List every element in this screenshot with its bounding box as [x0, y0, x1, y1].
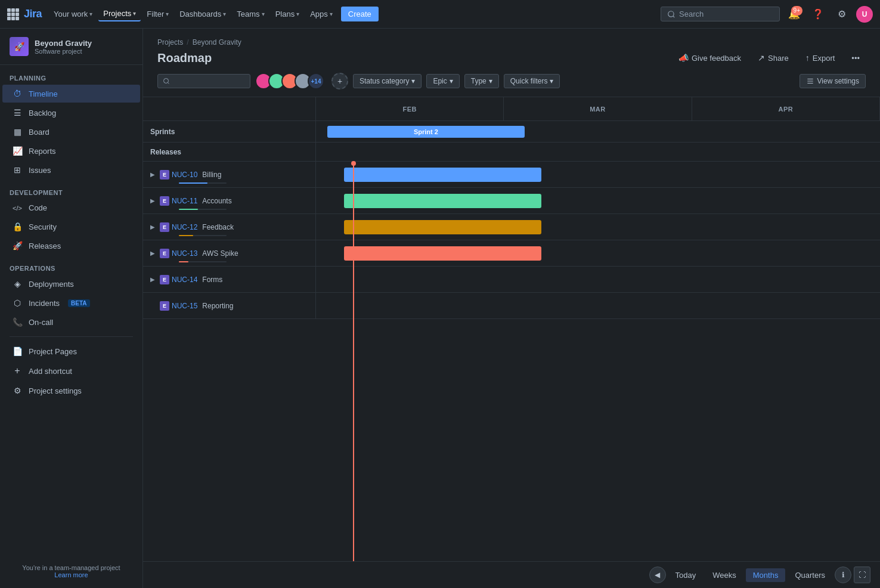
sidebar-item-project-settings[interactable]: ⚙ Project settings [2, 382, 140, 400]
fullscreen-button[interactable]: ⛶ [854, 567, 870, 583]
epic-nuc12-bar[interactable] [344, 220, 541, 234]
more-actions-button[interactable]: ••• [845, 51, 866, 66]
sidebar-item-reports-label: Reports [29, 147, 56, 156]
breadcrumb-project[interactable]: Beyond Gravity [193, 38, 241, 47]
help-button[interactable]: ❓ [808, 5, 828, 24]
breadcrumb-projects[interactable]: Projects [157, 38, 183, 47]
nav-apps[interactable]: Apps ▾ [305, 7, 337, 21]
nav-filter[interactable]: Filter ▾ [142, 7, 173, 21]
expand-icon[interactable]: ▶ [148, 275, 157, 284]
epic-nuc15-left[interactable]: ▶ E NUC-15 Reporting [143, 293, 316, 318]
svg-point-0 [668, 11, 674, 16]
quarters-button[interactable]: Quarters [788, 568, 832, 582]
sidebar-item-incidents-label: Incidents [29, 299, 60, 308]
nav-back-button[interactable]: ◀ [649, 567, 666, 583]
give-feedback-button[interactable]: 📣 Give feedback [673, 50, 747, 66]
epic-nuc15-timeline [316, 293, 880, 318]
sidebar-item-backlog[interactable]: ☰ Backlog [2, 104, 140, 122]
avatar-count[interactable]: +14 [308, 73, 324, 89]
sidebar-item-issues[interactable]: ⊞ Issues [2, 161, 140, 179]
month-mar: MAR [504, 97, 692, 120]
releases-icon: 🚀 [12, 241, 23, 250]
toolbar-search[interactable] [157, 74, 250, 88]
info-button[interactable]: ℹ [835, 567, 851, 583]
operations-section-label: OPERATIONS [0, 255, 142, 274]
table-row: ▶ E NUC-14 Forms [143, 267, 880, 293]
epic-nuc12-left[interactable]: ▶ E NUC-12 Feedback [143, 214, 316, 240]
expand-icon[interactable]: ▶ [148, 196, 157, 206]
type-filter[interactable]: Type ▾ [464, 74, 499, 88]
invite-button[interactable]: + [331, 73, 348, 89]
sidebar-item-add-shortcut[interactable]: + Add shortcut [2, 361, 140, 380]
page-actions: 📣 Give feedback ↗ Share ↑ Export ••• [673, 50, 866, 66]
toolbar-search-input[interactable] [173, 77, 245, 85]
epic-id: NUC-10 [172, 171, 197, 179]
epic-nuc10-bar[interactable] [344, 168, 541, 182]
nav-your-work[interactable]: Your work ▾ [49, 7, 97, 21]
sidebar-item-deployments-label: Deployments [29, 280, 74, 289]
page-title: Roadmap [157, 51, 212, 65]
sidebar-item-releases[interactable]: 🚀 Releases [2, 237, 140, 255]
search-box[interactable] [661, 7, 780, 21]
sidebar-project[interactable]: 🚀 Beyond Gravity Software project [0, 29, 142, 65]
sidebar-item-project-settings-label: Project settings [29, 386, 82, 395]
sprint-2-bar[interactable]: Sprint 2 [327, 126, 525, 138]
sidebar-item-board-label: Board [29, 128, 49, 137]
sprints-label: Sprints [143, 121, 316, 142]
learn-more-link[interactable]: Learn more [54, 571, 88, 578]
epic-name: Billing [202, 171, 221, 179]
development-section-label: DEVELOPMENT [0, 180, 142, 199]
weeks-button[interactable]: Weeks [705, 568, 743, 582]
jira-logo-text: Jira [24, 8, 42, 20]
quick-filters-button[interactable]: Quick filters ▾ [504, 74, 560, 88]
epic-id: NUC-12 [172, 223, 197, 231]
create-button[interactable]: Create [341, 7, 379, 21]
epic-nuc11-bar[interactable] [344, 194, 541, 208]
view-settings-button[interactable]: View settings [800, 74, 866, 88]
roadmap-container[interactable]: FEB MAR APR Sprints Sprint 2 Releases [143, 97, 880, 561]
page-header: Projects / Beyond Gravity Roadmap 📣 Give… [143, 29, 880, 73]
epic-nuc13-bar[interactable] [344, 246, 541, 261]
sidebar-item-timeline[interactable]: ⏱ Timeline [2, 85, 140, 103]
notifications-button[interactable]: 🔔 9+ [785, 5, 804, 24]
backlog-icon: ☰ [12, 108, 23, 117]
sidebar-item-board[interactable]: ▦ Board [2, 123, 140, 141]
epic-nuc11-left[interactable]: ▶ E NUC-11 Accounts [143, 188, 316, 213]
expand-icon[interactable]: ▶ [148, 222, 157, 232]
months-button[interactable]: Months [746, 568, 786, 582]
epic-nuc13-left[interactable]: ▶ E NUC-13 AWS Spike [143, 240, 316, 266]
epic-nuc14-left[interactable]: ▶ E NUC-14 Forms [143, 267, 316, 292]
export-button[interactable]: ↑ Export [800, 50, 841, 66]
settings-button[interactable]: ⚙ [832, 5, 851, 24]
share-button[interactable]: ↗ Share [752, 50, 795, 66]
expand-icon[interactable]: ▶ [148, 249, 157, 258]
user-avatar[interactable]: U [856, 6, 873, 23]
sidebar-item-deployments[interactable]: ◈ Deployments [2, 275, 140, 293]
nav-teams[interactable]: Teams ▾ [232, 7, 269, 21]
sidebar-item-reports[interactable]: 📈 Reports [2, 142, 140, 160]
nav-plans[interactable]: Plans ▾ [271, 7, 305, 21]
sidebar-item-on-call[interactable]: 📞 On-call [2, 313, 140, 331]
expand-icon[interactable]: ▶ [148, 170, 157, 180]
sidebar-item-code[interactable]: </> Code [2, 199, 140, 216]
sidebar-item-incidents[interactable]: ⬡ Incidents BETA [2, 294, 140, 312]
status-category-filter[interactable]: Status category ▾ [353, 74, 422, 88]
nav-projects[interactable]: Projects ▾ [98, 7, 141, 21]
epic-icon: E [160, 170, 169, 180]
epic-name: Reporting [202, 302, 233, 310]
board-icon: ▦ [12, 127, 23, 137]
epic-filter[interactable]: Epic ▾ [426, 74, 459, 88]
nav-dashboards[interactable]: Dashboards ▾ [175, 7, 231, 21]
on-call-icon: 📞 [12, 317, 23, 327]
today-button[interactable]: Today [668, 568, 704, 582]
incidents-icon: ⬡ [12, 298, 23, 308]
app-logo[interactable]: Jira [7, 8, 42, 20]
epic-name: Accounts [202, 197, 231, 205]
table-row: ▶ E NUC-12 Feedback [143, 214, 880, 240]
sidebar-item-security[interactable]: 🔒 Security [2, 218, 140, 236]
sidebar-item-project-pages[interactable]: 📄 Project Pages [2, 342, 140, 360]
epic-name: AWS Spike [202, 249, 238, 258]
epic-nuc10-left[interactable]: ▶ E NUC-10 Billing [143, 162, 316, 187]
search-input[interactable] [679, 10, 763, 18]
epic-id: NUC-15 [172, 302, 197, 310]
